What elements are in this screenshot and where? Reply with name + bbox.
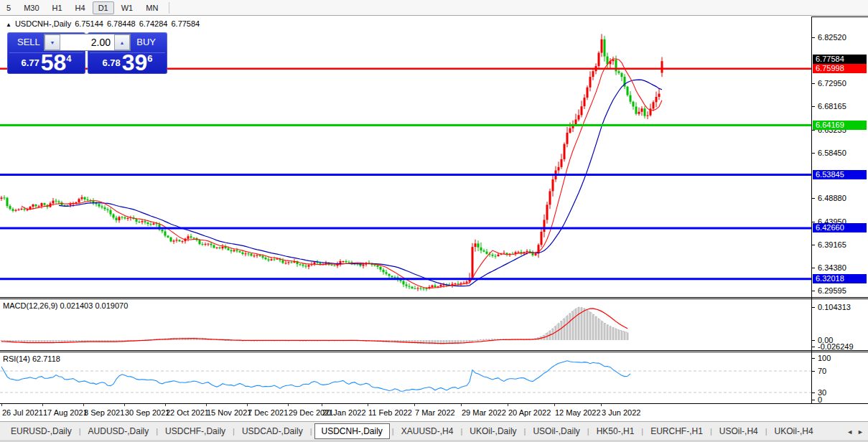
price-axis-tick: 6.82520 <box>818 33 846 42</box>
date-label: 7 Mar 2022 <box>415 408 455 417</box>
axis-tick-mark <box>812 83 815 84</box>
axis-tick-mark <box>812 130 815 131</box>
one-click-trading-widget: SELL 6.77 58 4 BUY 6.78 39 6 ▼ ▲ <box>7 32 167 74</box>
date-tick-mark <box>368 404 368 406</box>
tab-divider: | <box>641 427 643 436</box>
chart-header: ▲USDCNH-,Daily6.751446.784486.742846.775… <box>6 19 203 28</box>
rsi-label: RSI(14) 62.7118 <box>3 354 60 363</box>
tab-audusd-daily[interactable]: AUDUSD-,Daily <box>82 424 156 438</box>
axis-tick-mark <box>812 392 815 393</box>
date-tick-mark <box>414 404 415 406</box>
macd-axis-tick: 0.104313 <box>818 303 851 311</box>
timeframe-button-h4[interactable]: H4 <box>70 1 91 14</box>
date-label: 20 Apr 2022 <box>508 408 551 417</box>
tab-scroll-right-icon[interactable]: ► <box>857 428 864 436</box>
price-badge-6.42660: 6.42660 <box>813 223 867 232</box>
timeframe-button-w1[interactable]: W1 <box>116 1 139 14</box>
date-tick-mark <box>288 404 289 406</box>
tab-eurchf-h1[interactable]: EURCHF-,H1 <box>644 424 709 438</box>
macd-signal-line <box>1 309 627 344</box>
tab-usoil-daily[interactable]: USOil-,Daily <box>526 424 586 438</box>
ohlc-high: 6.78448 <box>107 19 136 28</box>
sell-price-big: 58 <box>41 52 67 73</box>
price-axis-tick: 6.39165 <box>818 240 846 249</box>
date-label: 7 Dec 2021 <box>248 408 288 417</box>
buy-price-big: 39 <box>122 52 148 73</box>
buy-price-prefix: 6.78 <box>102 57 120 68</box>
tab-divider: | <box>587 427 589 436</box>
date-tick-mark <box>322 404 322 406</box>
axis-tick-mark <box>812 371 815 372</box>
toolbar-separator <box>169 2 169 14</box>
sell-price-sup: 4 <box>66 53 71 64</box>
axis-tick-mark <box>812 358 815 359</box>
tab-ukoil-daily[interactable]: UKOil-,Daily <box>463 424 523 438</box>
date-label: 12 May 2022 <box>555 408 601 417</box>
price-axis-tick: 6.29595 <box>818 286 846 295</box>
timeframe-button-h1[interactable]: H1 <box>47 1 68 14</box>
date-label: 22 Oct 2021 <box>166 408 209 417</box>
volume-input[interactable] <box>60 34 114 50</box>
price-badge-6.32018: 6.32018 <box>813 274 867 283</box>
date-tick-mark <box>461 404 462 406</box>
macd-label: MACD(12,26,9) 0.021403 0.019070 <box>3 301 128 310</box>
sell-price-prefix: 6.77 <box>21 57 39 68</box>
rsi-axis-tick: 0 <box>818 395 822 404</box>
axis-tick-mark <box>812 400 815 400</box>
macd-histogram <box>1 307 629 344</box>
axis-tick-mark <box>812 106 815 107</box>
collapse-icon[interactable]: ▲ <box>6 22 11 28</box>
tab-xauusd-h4[interactable]: XAUUSD-,H4 <box>395 424 460 438</box>
chart-symbol-label: USDCNH-,Daily <box>15 19 71 28</box>
tab-usdcnh-daily[interactable]: USDCNH-,Daily <box>314 423 390 439</box>
timeframe-button-mn[interactable]: MN <box>140 1 164 14</box>
price-axis-tick: 6.72950 <box>818 79 846 88</box>
date-label: 15 Nov 2021 <box>207 408 251 417</box>
macd-main-line <box>1 307 627 344</box>
volume-box: ▼ ▲ <box>44 34 131 51</box>
rsi-panel-chart[interactable] <box>0 353 811 403</box>
date-label: 26 Jul 2021 <box>2 408 43 417</box>
buy-price: 6.78 39 6 <box>88 52 167 73</box>
axis-tick-mark <box>812 198 815 199</box>
buy-label: BUY <box>136 37 156 47</box>
panel-separator <box>0 352 868 352</box>
date-label: 20 Jan 2022 <box>322 408 366 417</box>
tab-usoil-h4[interactable]: USOil-,H4 <box>713 424 765 438</box>
timeframe-toolbar: 5M30H1H4D1W1MN <box>0 0 868 16</box>
ohlc-close: 6.77584 <box>171 19 200 28</box>
rsi-axis-tick: 100 <box>818 354 831 362</box>
sell-label: SELL <box>17 37 40 47</box>
date-label: 17 Aug 2021 <box>43 408 88 417</box>
price-axis: 6.825206.729506.681656.632356.584506.488… <box>812 17 868 404</box>
tab-divider: | <box>460 427 462 436</box>
tab-usdchf-daily[interactable]: USDCHF-,Daily <box>159 424 232 438</box>
date-tick-mark <box>206 404 207 406</box>
axis-tick-mark <box>812 347 815 347</box>
date-tick-mark <box>124 404 125 406</box>
timeframe-button-5[interactable]: 5 <box>1 1 17 14</box>
price-axis-tick: 6.48880 <box>818 194 846 202</box>
price-axis-tick: 6.58450 <box>818 149 846 157</box>
tab-scroll-controls: ◄► <box>842 428 864 436</box>
ma-slow-line <box>59 80 662 286</box>
buy-price-sup: 6 <box>147 53 152 64</box>
axis-tick-mark <box>812 291 815 291</box>
axis-tick-mark <box>812 268 815 268</box>
tab-usdcad-daily[interactable]: USDCAD-,Daily <box>235 424 309 438</box>
tab-scroll-left-icon[interactable]: ◄ <box>846 428 853 436</box>
date-tick-mark <box>83 404 84 406</box>
tab-divider: | <box>310 427 312 436</box>
axis-tick-mark <box>812 340 815 341</box>
tab-eurusd-daily[interactable]: EURUSD-,Daily <box>4 424 78 438</box>
rsi-line <box>1 361 630 391</box>
timeframe-button-m30[interactable]: M30 <box>18 1 45 14</box>
date-tick-mark <box>247 404 248 406</box>
tab-hk50-h1[interactable]: HK50-,H1 <box>590 424 641 438</box>
volume-increase-icon[interactable]: ▲ <box>114 34 130 50</box>
panel-separator <box>0 350 868 351</box>
volume-decrease-icon[interactable]: ▼ <box>45 34 60 50</box>
tab-ukoil-h4[interactable]: UKOil-,H4 <box>768 424 820 438</box>
timeframe-button-d1[interactable]: D1 <box>93 1 114 14</box>
date-tick-mark <box>554 404 555 406</box>
